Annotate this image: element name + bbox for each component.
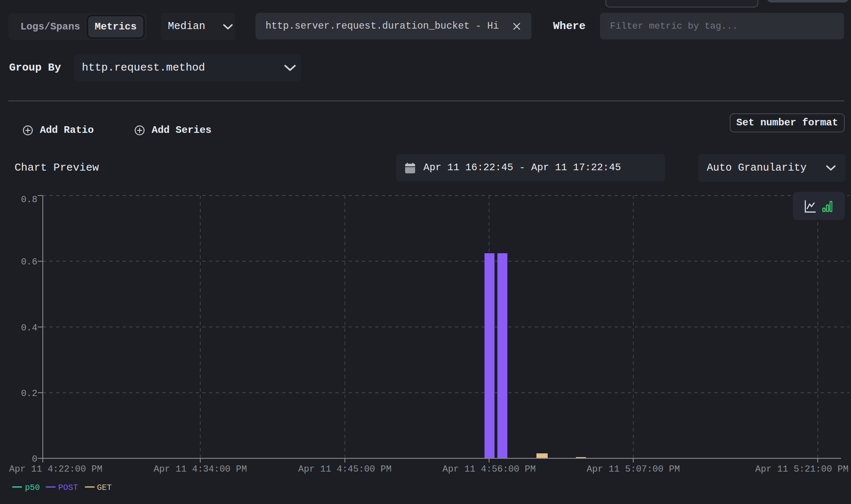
svg-text:POST: POST	[58, 483, 78, 492]
svg-text:0.8: 0.8	[21, 195, 37, 205]
svg-text:GET: GET	[97, 483, 112, 492]
svg-text:Apr 11 5:21:00 PM: Apr 11 5:21:00 PM	[755, 464, 849, 475]
svg-text:Apr 11 5:07:00 PM: Apr 11 5:07:00 PM	[587, 464, 680, 475]
svg-text:0: 0	[32, 454, 37, 465]
svg-text:Apr 11 4:34:00 PM: Apr 11 4:34:00 PM	[154, 464, 247, 475]
svg-text:p50: p50	[25, 483, 40, 492]
svg-text:0.2: 0.2	[21, 389, 37, 399]
svg-text:0.4: 0.4	[21, 323, 37, 333]
svg-text:0.6: 0.6	[21, 257, 37, 267]
svg-text:Apr 11 4:22:00 PM: Apr 11 4:22:00 PM	[9, 464, 102, 475]
svg-text:Apr 11 4:56:00 PM: Apr 11 4:56:00 PM	[443, 464, 536, 475]
svg-text:Apr 11 4:45:00 PM: Apr 11 4:45:00 PM	[298, 464, 391, 475]
